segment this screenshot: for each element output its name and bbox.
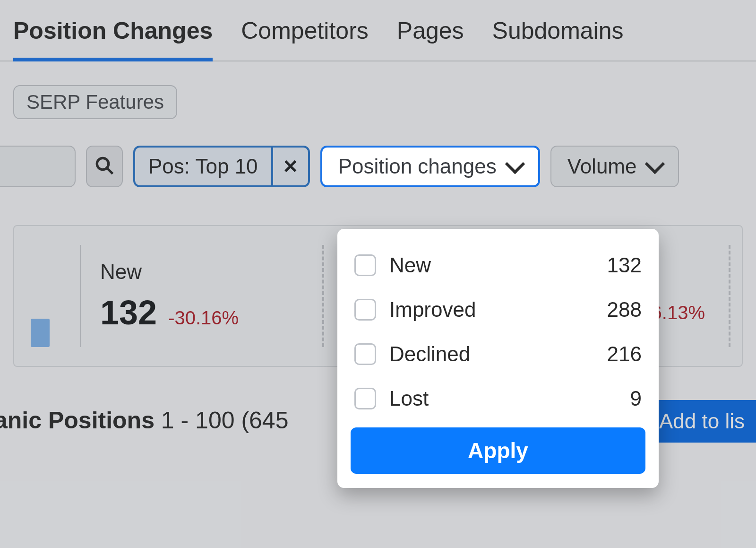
checkbox[interactable]: [354, 343, 376, 365]
option-declined[interactable]: Declined 216: [351, 332, 645, 376]
filter-row: Pos: Top 10 Position changes Volume: [0, 119, 756, 187]
tab-pages[interactable]: Pages: [397, 17, 464, 61]
search-button[interactable]: [86, 146, 123, 187]
option-new[interactable]: New 132: [351, 243, 645, 287]
filter-volume-dropdown[interactable]: Volume: [550, 146, 679, 187]
chevron-down-icon: [645, 154, 665, 174]
option-count: 9: [630, 387, 642, 410]
checkbox[interactable]: [354, 388, 376, 409]
option-lost[interactable]: Lost 9: [351, 376, 645, 421]
filter-pill-position-label: Pos: Top 10: [135, 148, 271, 185]
checkbox[interactable]: [354, 254, 376, 276]
heading-rest: 1 - 100 (645: [155, 407, 289, 434]
metric-delta: -30.16%: [168, 307, 239, 329]
option-label: Improved: [389, 298, 594, 322]
chevron-down-icon: [505, 154, 525, 174]
filter-volume-label: Volume: [567, 155, 637, 178]
position-changes-popover: New 132 Improved 288 Declined 216 Lost 9…: [337, 229, 659, 488]
option-count: 132: [607, 253, 642, 277]
app-root: Position Changes Competitors Pages Subdo…: [0, 0, 756, 548]
search-icon: [94, 156, 114, 177]
chips-row: SERP Features: [0, 61, 756, 119]
option-improved[interactable]: Improved 288: [351, 287, 645, 332]
metric-label: New: [100, 260, 299, 284]
metric-value: 132: [100, 293, 157, 332]
sparkline: [24, 245, 57, 347]
filter-position-changes-dropdown[interactable]: Position changes: [320, 146, 540, 187]
close-icon: [283, 156, 299, 177]
tab-subdomains[interactable]: Subdomains: [492, 17, 624, 61]
chip-serp-features[interactable]: SERP Features: [13, 85, 177, 119]
divider: [80, 245, 81, 347]
apply-button[interactable]: Apply: [351, 427, 645, 474]
option-label: New: [389, 253, 594, 277]
option-label: Declined: [389, 342, 594, 366]
checkbox[interactable]: [354, 299, 376, 321]
tab-competitors[interactable]: Competitors: [241, 17, 369, 61]
tabs-bar: Position Changes Competitors Pages Subdo…: [0, 0, 756, 61]
option-label: Lost: [389, 387, 617, 410]
svg-point-0: [97, 158, 109, 170]
organic-positions-heading: anic Positions 1 - 100 (645: [0, 407, 289, 434]
divider: [729, 245, 730, 347]
svg-line-1: [107, 168, 112, 174]
tab-position-changes[interactable]: Position Changes: [13, 17, 213, 61]
option-count: 216: [607, 342, 642, 366]
add-to-list-button[interactable]: Add to lis: [646, 400, 756, 443]
divider: [322, 245, 324, 347]
filter-pill-position[interactable]: Pos: Top 10: [133, 146, 310, 187]
filter-pill-position-remove[interactable]: [271, 148, 308, 185]
filter-input-truncated[interactable]: [0, 146, 76, 187]
metric-card-new[interactable]: New 132 -30.16%: [100, 245, 299, 347]
heading-bold: anic Positions: [0, 407, 155, 434]
option-count: 288: [607, 298, 642, 322]
filter-position-changes-label: Position changes: [338, 155, 497, 178]
